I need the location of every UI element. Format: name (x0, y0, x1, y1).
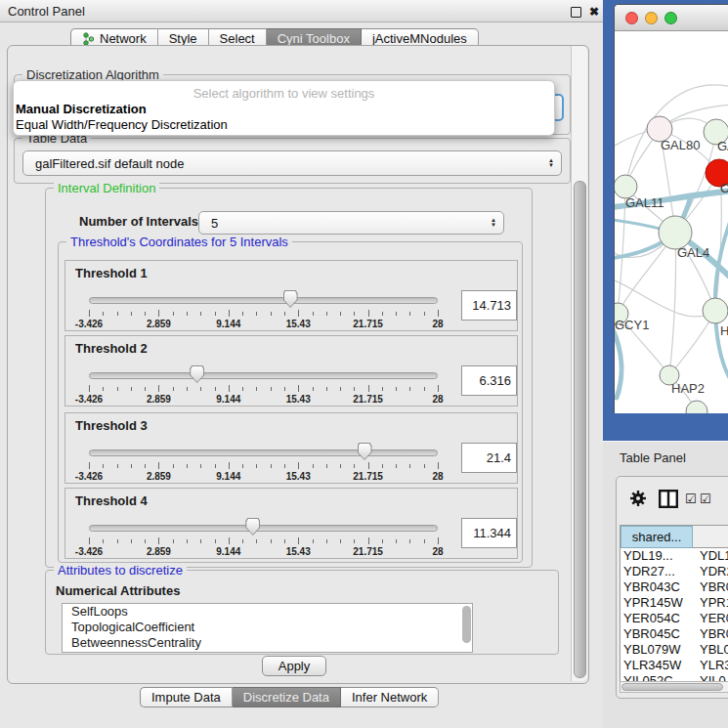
table-hscrollbar-thumb[interactable] (621, 683, 723, 691)
network-node-label: HAP2 (671, 381, 705, 396)
split-columns-icon[interactable] (659, 490, 678, 511)
cell-name[interactable]: YBL0 (693, 642, 728, 658)
cell-shared-name[interactable]: YER054C (621, 611, 693, 626)
gear-icon[interactable] (629, 490, 647, 510)
cell-name[interactable]: YBR0 (693, 579, 728, 595)
column-header-shared-name[interactable]: shared... (621, 526, 693, 548)
tick-mark (256, 387, 257, 391)
network-node-label: GAL4 (677, 245, 709, 260)
tick-mark (89, 537, 90, 544)
threshold-slider[interactable]: -3.4262.8599.14415.4321.71528 (89, 364, 438, 403)
tick-mark (354, 539, 355, 543)
minimize-traffic-light[interactable] (645, 12, 658, 24)
tab-impute-data[interactable]: Impute Data (140, 687, 233, 707)
slider-thumb[interactable] (358, 443, 372, 460)
network-node[interactable] (659, 216, 692, 249)
tick-mark (200, 312, 201, 316)
checkbox-icon[interactable]: ☑ (685, 492, 697, 506)
threshold-slider[interactable]: -3.4262.8599.14415.4321.71528 (89, 288, 438, 327)
cell-name[interactable]: YER0 (693, 611, 728, 626)
slider-thumb[interactable] (245, 518, 260, 535)
tick-label: -3.426 (75, 546, 103, 557)
slider-tick-labels: -3.4262.8599.14415.4321.71528 (89, 394, 438, 406)
attributes-group: Attributes to discretize Numerical Attri… (45, 570, 559, 655)
close-icon[interactable]: ✖ (589, 5, 599, 19)
cell-name[interactable]: YPR1 (693, 595, 728, 611)
slider-track[interactable] (89, 525, 438, 532)
slider-thumb[interactable] (283, 290, 298, 308)
table-data-combobox[interactable]: galFiltered.sif default node ▲▼ (22, 150, 562, 176)
control-panel: Control Panel ✖ NetworkStyleSelectCyni T… (0, 0, 603, 728)
network-canvas[interactable]: GAL80GACGAL11GAL4GCY1HHAP2 (615, 31, 728, 413)
threshold-value-field[interactable]: 21.4 (461, 443, 517, 473)
threshold-slider[interactable]: -3.4262.8599.14415.4321.71528 (89, 516, 438, 555)
table-row[interactable]: YBR043CYBR0 (621, 579, 728, 595)
table-row[interactable]: YER054CYER0 (621, 611, 728, 626)
network-window[interactable]: GAL80GACGAL11GAL4GCY1HHAP2 (603, 0, 728, 441)
network-node-label: GAL11 (625, 195, 664, 210)
table-row[interactable]: YBR045CYBR0 (621, 626, 728, 642)
tick-label: 9.144 (216, 319, 240, 329)
table-row[interactable]: YLR345WYLR3 (621, 658, 728, 673)
node-attribute-table[interactable]: shared...naYDL19...YDL1YDR27...YDR2YBR04… (620, 525, 728, 683)
cell-shared-name[interactable]: YBR045C (621, 626, 693, 642)
apply-button[interactable]: Apply (262, 656, 326, 676)
attribute-item[interactable]: TopologicalCoefficient (63, 620, 472, 635)
slider-track[interactable] (89, 297, 438, 304)
dropdown-item[interactable]: Manual Discretization (14, 102, 554, 117)
float-icon[interactable] (571, 7, 581, 18)
table-row[interactable]: YBL079WYBL0 (621, 642, 728, 658)
tick-mark (131, 539, 132, 543)
cell-name[interactable]: YDL1 (693, 548, 728, 564)
threshold-slider[interactable]: -3.4262.8599.14415.4321.71528 (89, 441, 438, 480)
cell-shared-name[interactable]: YDR27... (621, 564, 693, 579)
tick-mark (89, 310, 90, 317)
tab-discretize-data[interactable]: Discretize Data (233, 687, 341, 707)
cell-shared-name[interactable]: YBL079W (621, 642, 693, 658)
panel-scrollbar-thumb[interactable] (574, 181, 586, 678)
table-row[interactable]: YDR27...YDR2 (621, 564, 728, 579)
number-of-intervals-combobox[interactable]: 5 ▲▼ (198, 211, 504, 235)
tick-mark (256, 312, 257, 316)
slider-track[interactable] (89, 450, 438, 456)
slider-track[interactable] (89, 372, 438, 379)
cell-shared-name[interactable]: YDL19... (621, 548, 693, 564)
cell-shared-name[interactable]: YBR043C (621, 579, 693, 595)
threshold-value-field[interactable]: 11.344 (461, 518, 517, 548)
network-node[interactable] (703, 298, 728, 323)
cell-name[interactable]: YDR2 (693, 564, 728, 579)
checkbox-icon[interactable]: ☑ (700, 492, 711, 506)
cell-name[interactable]: YBR0 (693, 626, 728, 642)
table-hscrollbar[interactable] (620, 681, 728, 693)
attribute-item[interactable]: SelfLoops (63, 604, 472, 620)
tick-mark (340, 312, 341, 316)
cell-name[interactable]: YLR3 (693, 658, 728, 673)
tick-mark (313, 464, 314, 468)
tick-label: 28 (432, 546, 443, 557)
cell-shared-name[interactable]: YPR145W (621, 595, 693, 611)
panel-scrollbar[interactable] (571, 46, 587, 681)
attribute-item[interactable]: BetweennessCentrality (63, 635, 472, 651)
tick-mark (173, 312, 174, 316)
close-traffic-light[interactable] (625, 12, 638, 24)
threshold-value-field[interactable]: 6.316 (461, 365, 517, 396)
tab-infer-network[interactable]: Infer Network (341, 687, 439, 707)
slider-thumb[interactable] (190, 365, 204, 383)
tick-mark (256, 539, 257, 543)
table-row[interactable]: YPR145WYPR1 (621, 595, 728, 611)
list-scrollbar-thumb[interactable] (462, 606, 471, 643)
column-header-name[interactable]: na (693, 526, 728, 548)
cell-shared-name[interactable]: YLR345W (621, 658, 693, 673)
tick-label: 28 (432, 394, 443, 405)
dropdown-hint: Select algorithm to view settings (14, 81, 554, 102)
network-node[interactable] (686, 401, 707, 413)
attributes-group-label: Attributes to discretize (54, 563, 187, 578)
tick-mark (313, 387, 314, 391)
tick-mark (382, 387, 383, 391)
numerical-attributes-list[interactable]: SelfLoopsTopologicalCoefficientBetweenne… (62, 603, 473, 653)
table-row[interactable]: YDL19...YDL1 (621, 548, 728, 564)
threshold-value-field[interactable]: 14.713 (461, 290, 517, 321)
dropdown-item[interactable]: Equal Width/Frequency Discretization (14, 117, 554, 133)
tick-mark (215, 387, 216, 391)
zoom-traffic-light[interactable] (664, 12, 677, 24)
